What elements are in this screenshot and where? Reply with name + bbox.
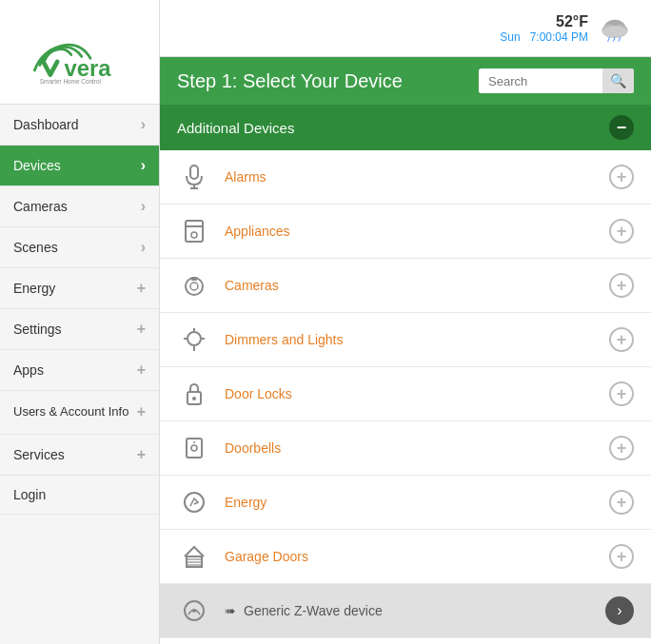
sidebar-label-cameras: Cameras bbox=[13, 199, 68, 214]
time: 7:00:04 PM bbox=[530, 30, 588, 44]
svg-rect-9 bbox=[190, 166, 198, 179]
chevron-right-icon: › bbox=[141, 239, 146, 256]
svg-point-14 bbox=[191, 232, 197, 238]
add-appliances-button[interactable]: + bbox=[609, 219, 634, 244]
sidebar-item-settings[interactable]: Settings + bbox=[0, 309, 159, 350]
doorlock-icon bbox=[177, 377, 211, 411]
sidebar: vera Smarter Home Control Dashboard › De… bbox=[0, 0, 160, 644]
appliances-icon bbox=[177, 214, 211, 248]
sidebar-label-energy: Energy bbox=[13, 281, 55, 296]
select-zwave-button[interactable]: › bbox=[605, 596, 634, 625]
chevron-right-icon: › bbox=[141, 116, 146, 133]
add-doorlocks-button[interactable]: + bbox=[609, 381, 634, 406]
sidebar-navigation: Dashboard › Devices › Cameras › Scenes ›… bbox=[0, 105, 159, 644]
device-label-zwave: Generic Z-Wave device bbox=[244, 603, 605, 618]
weather-cloud-icon bbox=[596, 14, 634, 43]
device-row[interactable]: Doorbells + bbox=[160, 421, 651, 476]
svg-point-28 bbox=[185, 493, 204, 512]
garage-icon bbox=[177, 539, 211, 574]
add-cameras-button[interactable]: + bbox=[609, 273, 634, 298]
add-alarms-button[interactable]: + bbox=[609, 165, 634, 189]
sidebar-item-users[interactable]: Users & Account Info + bbox=[0, 391, 159, 435]
topbar: 52°F Sun 7:00:04 PM bbox=[160, 0, 651, 57]
sidebar-label-dashboard: Dashboard bbox=[13, 117, 79, 132]
search-button[interactable]: 🔍 bbox=[602, 68, 634, 93]
device-row-zwave[interactable]: ➠ Generic Z-Wave device › bbox=[160, 584, 651, 638]
svg-rect-17 bbox=[191, 277, 197, 281]
device-row[interactable]: Garage Doors + bbox=[160, 530, 651, 584]
svg-point-16 bbox=[190, 283, 198, 290]
plus-icon: + bbox=[137, 321, 146, 338]
svg-point-26 bbox=[191, 445, 197, 451]
doorbell-icon bbox=[177, 431, 211, 465]
dimmer-icon bbox=[177, 322, 211, 357]
camera-icon bbox=[177, 268, 211, 302]
add-dimmers-button[interactable]: + bbox=[609, 327, 634, 352]
device-label-doorlocks: Door Locks bbox=[225, 386, 609, 401]
plus-icon: + bbox=[137, 402, 146, 422]
search-box: 🔍 bbox=[479, 68, 634, 93]
svg-point-24 bbox=[192, 397, 196, 400]
sidebar-item-services[interactable]: Services + bbox=[0, 435, 159, 476]
main-content: 52°F Sun 7:00:04 PM bbox=[160, 0, 651, 644]
device-label-energy: Energy bbox=[225, 495, 609, 510]
vera-logo: vera Smarter Home Control bbox=[28, 27, 132, 84]
svg-text:Smarter Home Control: Smarter Home Control bbox=[39, 77, 100, 83]
device-label-dimmers: Dimmers and Lights bbox=[225, 332, 609, 347]
additional-devices-label: Additional Devices bbox=[177, 120, 294, 136]
device-row[interactable]: Cameras + bbox=[160, 259, 651, 313]
device-row[interactable]: Energy + bbox=[160, 476, 651, 530]
sidebar-item-energy[interactable]: Energy + bbox=[0, 268, 159, 309]
device-label-alarms: Alarms bbox=[225, 169, 609, 185]
chevron-right-icon: › bbox=[141, 157, 146, 174]
sidebar-item-dashboard[interactable]: Dashboard › bbox=[0, 105, 159, 146]
device-row[interactable]: Appliances + bbox=[160, 205, 651, 259]
device-label-appliances: Appliances bbox=[225, 224, 609, 239]
sidebar-item-devices[interactable]: Devices › bbox=[0, 146, 159, 186]
datetime: Sun 7:00:04 PM bbox=[500, 30, 588, 44]
plus-icon: + bbox=[137, 280, 146, 297]
cursor-icon: ➠ bbox=[225, 603, 236, 618]
day: Sun bbox=[500, 30, 520, 44]
svg-line-6 bbox=[608, 37, 610, 41]
svg-line-8 bbox=[619, 37, 621, 41]
svg-point-18 bbox=[187, 332, 201, 345]
step-header: Step 1: Select Your Device 🔍 bbox=[160, 57, 651, 105]
sidebar-item-scenes[interactable]: Scenes › bbox=[0, 227, 159, 268]
add-garage-button[interactable]: + bbox=[609, 544, 634, 569]
temperature: 52°F bbox=[500, 13, 588, 30]
chevron-right-icon: › bbox=[141, 198, 146, 215]
energy-icon bbox=[177, 485, 211, 519]
svg-text:vera: vera bbox=[64, 54, 111, 80]
sidebar-label-apps: Apps bbox=[13, 362, 44, 378]
device-label-doorbells: Doorbells bbox=[225, 440, 609, 456]
device-label-cameras: Cameras bbox=[225, 278, 609, 293]
search-input[interactable] bbox=[479, 69, 602, 93]
sidebar-label-settings: Settings bbox=[13, 322, 62, 337]
device-label-garage: Garage Doors bbox=[225, 549, 609, 564]
plus-icon: + bbox=[137, 446, 146, 463]
collapse-button[interactable]: − bbox=[609, 115, 634, 140]
temperature-time: 52°F Sun 7:00:04 PM bbox=[500, 13, 588, 44]
device-row[interactable]: Alarms + bbox=[160, 150, 651, 205]
sidebar-item-login[interactable]: Login bbox=[0, 476, 159, 515]
device-list: Alarms + Appliances + Cameras + bbox=[160, 150, 651, 644]
add-energy-button[interactable]: + bbox=[609, 490, 634, 515]
plus-icon: + bbox=[137, 361, 146, 379]
sidebar-label-login: Login bbox=[13, 487, 46, 502]
sidebar-item-cameras[interactable]: Cameras › bbox=[0, 186, 159, 227]
svg-point-34 bbox=[192, 609, 196, 613]
sidebar-label-scenes: Scenes bbox=[13, 240, 58, 255]
logo-area: vera Smarter Home Control bbox=[0, 0, 159, 105]
device-row[interactable]: Door Locks + bbox=[160, 367, 651, 421]
zwave-icon bbox=[177, 594, 211, 628]
add-doorbells-button[interactable]: + bbox=[609, 436, 634, 460]
additional-devices-header: Additional Devices − bbox=[160, 105, 651, 150]
sidebar-item-apps[interactable]: Apps + bbox=[0, 350, 159, 391]
weather-widget: 52°F Sun 7:00:04 PM bbox=[500, 13, 634, 44]
sidebar-label-services: Services bbox=[13, 447, 65, 462]
step-title: Step 1: Select Your Device bbox=[177, 70, 403, 92]
alarm-icon bbox=[177, 160, 211, 194]
device-row[interactable]: Dimmers and Lights + bbox=[160, 313, 651, 367]
device-selection-area: Step 1: Select Your Device 🔍 Additional … bbox=[160, 57, 651, 644]
